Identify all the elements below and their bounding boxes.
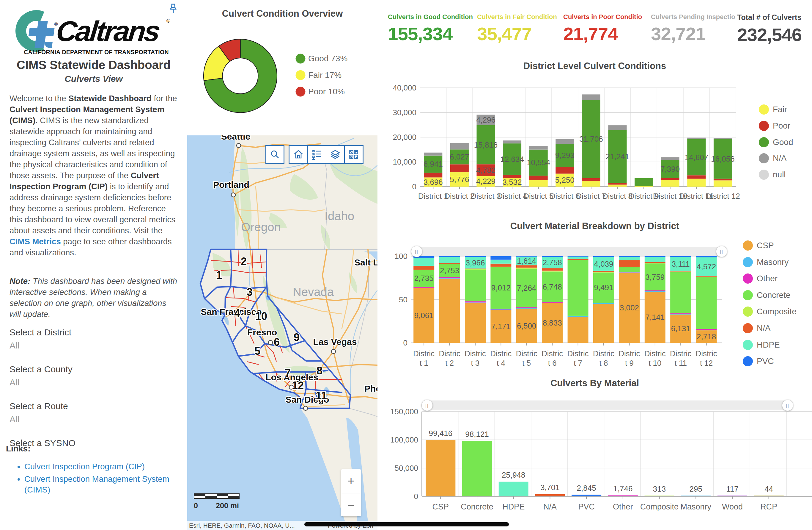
material-bar-masonry[interactable]	[681, 496, 711, 497]
bar-segment-district-9-composite[interactable]	[619, 267, 640, 267]
material-range-slider[interactable]: || ||	[412, 247, 727, 256]
bar-segment-district-10-pvc[interactable]	[645, 256, 666, 257]
bar-segment-district-5-na[interactable]	[516, 265, 537, 267]
bar-segment-district-12-composite[interactable]	[696, 277, 717, 277]
bar-segment-district-1-na[interactable]	[424, 153, 442, 156]
bar-segment-district-7-fair[interactable]	[582, 181, 600, 186]
bar-segment-district-5-na[interactable]	[530, 146, 548, 149]
bar-segment-district-4-other[interactable]	[490, 309, 511, 309]
slider-handle-left[interactable]: ||	[421, 400, 433, 411]
bottom-range-slider[interactable]: || ||	[422, 401, 793, 410]
bar-segment-district-2-na[interactable]	[439, 263, 460, 264]
zoom-out-button[interactable]: −	[341, 493, 361, 517]
bar-segment-district-9-na[interactable]	[635, 178, 653, 178]
filter-value-dropdown[interactable]: All	[10, 340, 178, 351]
bar-segment-district-6-other[interactable]	[542, 302, 563, 303]
bar-segment-district-12-masonry[interactable]	[696, 330, 717, 330]
bar-segment-district-2-poor[interactable]	[450, 164, 469, 172]
bar-segment-district-3-pvc[interactable]	[465, 256, 485, 257]
bar-segment-district-5-poor[interactable]	[530, 176, 548, 180]
bar-segment-district-12-poor[interactable]	[714, 179, 732, 180]
bar-segment-district-8-pvc[interactable]	[593, 256, 614, 257]
bar-segment-district-2-pvc[interactable]	[439, 256, 460, 257]
bar-segment-district-4-pvc[interactable]	[490, 256, 511, 260]
bar-segment-district-7-csp[interactable]	[568, 317, 589, 343]
cims-metrics-link[interactable]: CIMS Metrics	[10, 237, 61, 246]
bar-segment-district-4-na[interactable]	[490, 264, 511, 267]
map-search-button[interactable]	[265, 145, 285, 164]
bar-segment-district-4-masonry[interactable]	[490, 309, 511, 310]
bar-segment-district-7-masonry[interactable]	[568, 316, 589, 317]
bar-segment-district-11-composite[interactable]	[670, 272, 691, 272]
material-bar-hdpe[interactable]	[499, 482, 528, 497]
bar-segment-district-11-pvc[interactable]	[670, 256, 691, 257]
material-bar-pvc[interactable]	[571, 495, 601, 497]
bar-segment-district-4-composite[interactable]	[490, 267, 511, 267]
bar-segment-district-4-hdpe[interactable]	[490, 260, 511, 264]
bar-segment-district-12-na[interactable]	[714, 138, 732, 139]
bar-segment-district-6-na[interactable]	[542, 268, 563, 270]
bar-segment-district-10-hdpe[interactable]	[645, 257, 666, 262]
bar-segment-district-3-composite[interactable]	[465, 269, 485, 270]
filter-value-dropdown[interactable]: All	[10, 377, 178, 388]
bar-segment-district-5-masonry[interactable]	[516, 308, 537, 309]
bar-segment-district-8-other[interactable]	[593, 303, 614, 303]
bar-segment-district-9-na[interactable]	[619, 260, 640, 267]
bar-segment-district-12-concrete[interactable]	[696, 277, 717, 329]
bar-segment-district-9-masonry[interactable]	[619, 272, 640, 273]
map-basemap-button[interactable]	[344, 146, 363, 163]
bar-segment-district-10-composite[interactable]	[645, 263, 666, 263]
bar-segment-district-7-na[interactable]	[582, 94, 600, 100]
bar-segment-district-8-poor[interactable]	[608, 183, 627, 184]
bar-segment-district-7-pvc[interactable]	[568, 256, 589, 256]
bar-segment-district-1-na[interactable]	[414, 266, 434, 270]
sidebar-link[interactable]: Culvert Inspection Management System (CI…	[24, 474, 191, 495]
bar-segment-district-2-other[interactable]	[439, 277, 460, 278]
bar-segment-district-5-fair[interactable]	[530, 180, 548, 186]
bar-segment-district-7-composite[interactable]	[568, 260, 589, 260]
zoom-in-button[interactable]: +	[341, 469, 361, 493]
sidebar-link[interactable]: Culvert Inspection Program (CIP)	[24, 461, 191, 472]
bar-segment-district-8-csp[interactable]	[593, 304, 614, 343]
bar-segment-district-12-fair[interactable]	[714, 180, 732, 186]
bar-segment-district-7-concrete[interactable]	[568, 260, 589, 316]
bar-segment-district-9-hdpe[interactable]	[619, 257, 640, 260]
bar-segment-district-3-other[interactable]	[465, 301, 485, 302]
material-bar-csp[interactable]	[425, 440, 455, 497]
bar-segment-district-5-composite[interactable]	[516, 267, 537, 268]
pushpin-icon[interactable]	[167, 3, 179, 17]
bar-segment-district-4-na[interactable]	[503, 140, 521, 143]
bar-segment-district-7-na[interactable]	[568, 259, 589, 260]
material-bar-other[interactable]	[608, 496, 638, 497]
bar-segment-district-2-hdpe[interactable]	[439, 257, 460, 263]
material-bar-composite[interactable]	[645, 496, 675, 497]
bar-segment-district-10-masonry[interactable]	[645, 291, 666, 292]
map-legend-button[interactable]	[307, 146, 326, 163]
bar-segment-district-8-composite[interactable]	[593, 272, 614, 272]
bar-segment-district-4-poor[interactable]	[503, 175, 521, 178]
bar-segment-district-8-fair[interactable]	[608, 184, 627, 186]
map-panel[interactable]: OregonIdahoNevadaSeattlePortlandSan Fran…	[187, 135, 377, 530]
bar-segment-district-12-other[interactable]	[696, 329, 717, 330]
bar-segment-district-11-na[interactable]	[687, 138, 706, 139]
bar-segment-district-11-fair[interactable]	[687, 179, 706, 186]
bar-segment-district-9-concrete[interactable]	[619, 267, 640, 272]
material-bar-concrete[interactable]	[462, 441, 492, 497]
bar-segment-district-1-other[interactable]	[414, 287, 434, 288]
bar-segment-district-6-poor[interactable]	[555, 167, 574, 173]
bar-segment-district-8-na[interactable]	[593, 271, 614, 272]
bar-segment-district-3-masonry[interactable]	[465, 302, 485, 303]
slider-handle-right[interactable]: ||	[716, 246, 727, 257]
bar-segment-district-9-good[interactable]	[635, 178, 653, 186]
bar-segment-district-2-na[interactable]	[450, 143, 469, 150]
bar-segment-district-2-masonry[interactable]	[439, 278, 460, 279]
bar-segment-district-12-na[interactable]	[696, 276, 717, 277]
bar-segment-district-10-na[interactable]	[661, 157, 679, 160]
bar-segment-district-8-na[interactable]	[608, 125, 627, 130]
bar-segment-district-6-masonry[interactable]	[542, 303, 563, 303]
bar-segment-district-3-csp[interactable]	[465, 303, 485, 343]
bar-segment-district-6-composite[interactable]	[542, 271, 563, 272]
page-scrollbar-thumb[interactable]	[304, 522, 509, 527]
bar-segment-district-3-concrete[interactable]	[465, 270, 485, 301]
bar-segment-district-11-concrete[interactable]	[670, 272, 691, 313]
